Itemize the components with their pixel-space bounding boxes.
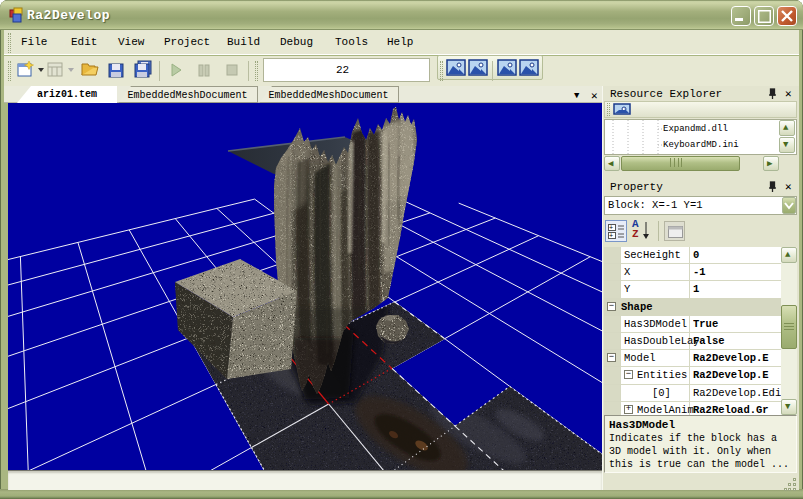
svg-text:+: +: [609, 232, 613, 240]
svg-text:+: +: [609, 224, 613, 232]
